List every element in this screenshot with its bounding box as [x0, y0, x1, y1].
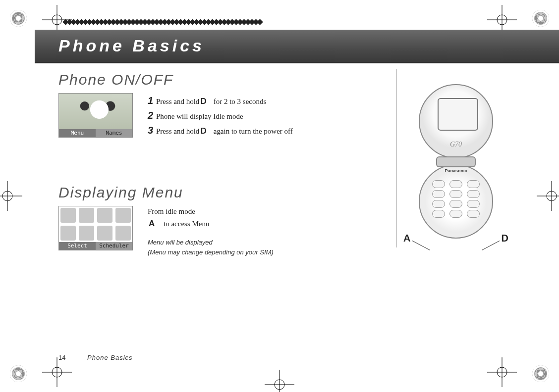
wallpaper-image — [59, 94, 132, 129]
section-heading-onoff: Phone ON/OFF — [58, 71, 391, 88]
key-indicator: A — [149, 219, 155, 228]
print-rosette — [10, 10, 27, 27]
section-heading-menu: Displaying Menu — [58, 184, 391, 201]
step-number: 1 — [148, 95, 153, 106]
decorative-diamond-border — [63, 19, 281, 26]
page-number: 14 — [58, 354, 65, 361]
phone-keypad-brand: Panasonic — [420, 168, 492, 173]
step-item: 3 Press and holdDagain to turn the power… — [148, 123, 293, 138]
footer-section-name: Phone Basics — [87, 354, 133, 361]
phone-illustration: G70 Panasonic A D — [406, 84, 505, 239]
menu-steps: From idle mode A to access Menu Menu wil… — [148, 206, 274, 257]
action-text: to access Menu — [164, 220, 209, 228]
key-indicator: D — [200, 97, 206, 106]
callout-leader-line — [482, 241, 500, 250]
softkey-left: Select — [59, 242, 96, 250]
onoff-steps: 1 Press and holdDfor 2 to 3 seconds 2 Ph… — [148, 93, 293, 138]
softkey-right: Scheduler — [96, 242, 132, 250]
print-rosette — [532, 365, 549, 382]
note-line: (Menu may change depending on your SIM) — [148, 247, 274, 257]
crop-mark — [265, 370, 294, 392]
chapter-title-banner: Phone Basics — [35, 30, 559, 63]
phone-keypad — [432, 180, 480, 228]
step-number: 3 — [148, 125, 153, 136]
step-text-pre: Phone will display Idle mode — [156, 112, 243, 120]
action-line: A to access Menu — [148, 217, 274, 230]
idle-screen-thumbnail: Menu Names — [58, 93, 133, 138]
key-indicator: D — [200, 126, 206, 136]
step-text-post: for 2 to 3 seconds — [214, 98, 267, 105]
phone-hinge — [436, 156, 476, 167]
page-footer: 14 Phone Basics — [58, 354, 133, 361]
intro-text: From idle mode — [148, 206, 274, 217]
note-line: Menu will be displayed — [148, 238, 274, 247]
step-number: 2 — [148, 110, 153, 121]
print-rosette — [532, 10, 549, 27]
step-text-post: again to turn the power off — [214, 127, 293, 135]
softkey-right: Names — [96, 129, 132, 137]
callout-leader-line — [412, 241, 430, 250]
softkey-left: Menu — [59, 129, 96, 137]
menu-screen-thumbnail: Select Scheduler — [58, 206, 133, 257]
step-item: 1 Press and holdDfor 2 to 3 seconds — [148, 93, 293, 108]
crop-mark — [0, 181, 22, 211]
crop-mark — [487, 357, 517, 387]
step-text-pre: Press and hold — [156, 127, 200, 135]
chapter-title: Phone Basics — [58, 36, 205, 55]
crop-mark — [42, 357, 72, 387]
step-item: 2 Phone will display Idle mode — [148, 108, 293, 123]
crop-mark — [537, 181, 559, 211]
print-rosette — [10, 365, 27, 382]
step-text-pre: Press and hold — [156, 98, 200, 105]
phone-screen-brand: G70 — [420, 141, 492, 148]
menu-note: Menu will be displayed (Menu may change … — [148, 238, 274, 257]
callout-label-d: D — [502, 233, 508, 244]
callout-label-a: A — [403, 233, 410, 244]
menu-icons-grid — [59, 206, 132, 242]
phone-keypad-face: Panasonic — [419, 164, 493, 239]
phone-flip-screen: G70 — [419, 84, 493, 158]
column-divider — [396, 69, 397, 247]
